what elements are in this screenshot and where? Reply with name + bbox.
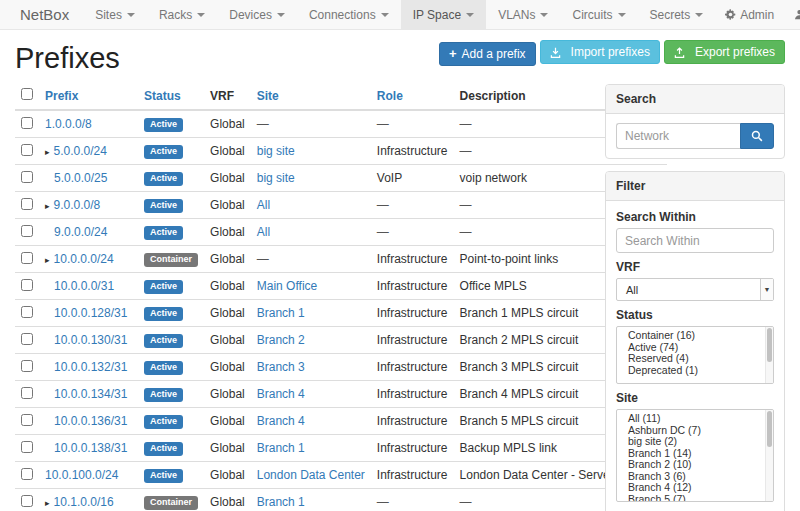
row-checkbox[interactable] (21, 333, 33, 345)
select-all-checkbox[interactable] (21, 88, 33, 100)
search-within-input[interactable] (616, 228, 774, 253)
import-prefixes-button[interactable]: Import prefixes (540, 40, 660, 64)
sort-link[interactable]: Role (377, 89, 403, 103)
brand-logo[interactable]: NetBox (6, 0, 83, 29)
site-link[interactable]: Branch 4 (257, 414, 305, 428)
prefix-link[interactable]: 10.0.0.0/24 (54, 252, 114, 266)
row-checkbox[interactable] (21, 117, 33, 129)
sort-link[interactable]: Prefix (45, 89, 78, 103)
site-link[interactable]: London Data Center (257, 468, 365, 482)
row-checkbox[interactable] (21, 306, 33, 318)
prefix-link[interactable]: 5.0.0.0/24 (54, 144, 107, 158)
expand-arrow-icon[interactable]: ▸ (45, 255, 50, 265)
site-cell: Branch 1 (251, 300, 371, 327)
site-link[interactable]: Branch 4 (257, 387, 305, 401)
nav-item-ip-space[interactable]: IP Space (401, 0, 486, 29)
table-row: 10.0.0.128/31ActiveGlobalBranch 1Infrast… (15, 300, 667, 327)
search-button[interactable] (740, 123, 774, 149)
nav-item-connections[interactable]: Connections (297, 0, 401, 29)
row-checkbox[interactable] (21, 441, 33, 453)
role-cell: — (371, 219, 454, 246)
row-checkbox[interactable] (21, 279, 33, 291)
caret-icon (277, 13, 285, 17)
prefix-link[interactable]: 10.1.0.0/16 (54, 495, 114, 509)
prefix-link[interactable]: 5.0.0.0/25 (54, 171, 107, 185)
site-link[interactable]: big site (257, 144, 295, 158)
listbox-option[interactable]: Container (16) (617, 330, 763, 342)
expand-arrow-icon[interactable]: ▸ (45, 147, 50, 157)
status-listbox[interactable]: Container (16)Active (74)Reserved (4)Dep… (616, 326, 774, 384)
listbox-option[interactable]: All (11) (617, 413, 763, 425)
sort-link[interactable]: Site (257, 89, 279, 103)
prefix-link[interactable]: 10.0.0.134/31 (54, 387, 127, 401)
nav-item-devices[interactable]: Devices (217, 0, 297, 29)
status-badge: Container (144, 253, 198, 267)
listbox-option[interactable]: Branch 2 (10) (617, 459, 763, 471)
status-cell: Active (138, 165, 204, 192)
caret-icon (127, 13, 135, 17)
row-checkbox[interactable] (21, 144, 33, 156)
listbox-option[interactable]: Deprecated (1) (617, 365, 763, 377)
listbox-option[interactable]: Reserved (4) (617, 353, 763, 365)
nav-item-profile[interactable]: Profile (784, 0, 800, 29)
prefix-link[interactable]: 10.0.0.130/31 (54, 333, 127, 347)
scrollbar[interactable] (765, 410, 773, 501)
nav-right-items: AdminProfileLog out (715, 0, 800, 29)
vrf-cell: Global (204, 219, 251, 246)
listbox-option[interactable]: Branch 5 (7) (617, 494, 763, 503)
site-link[interactable]: big site (257, 171, 295, 185)
scrollbar[interactable] (765, 327, 773, 383)
nav-item-circuits[interactable]: Circuits (560, 0, 637, 29)
vrf-select[interactable]: All ▼ (616, 278, 774, 301)
site-link[interactable]: Branch 1 (257, 441, 305, 455)
row-checkbox[interactable] (21, 387, 33, 399)
expand-arrow-icon[interactable]: ▸ (45, 498, 50, 508)
prefix-link[interactable]: 9.0.0.0/8 (54, 198, 101, 212)
row-checkbox[interactable] (21, 171, 33, 183)
site-listbox[interactable]: All (11)Ashburn DC (7)big site (2)Branch… (616, 409, 774, 502)
nav-item-admin[interactable]: Admin (715, 0, 784, 29)
nav-item-vlans[interactable]: VLANs (486, 0, 560, 29)
prefix-link[interactable]: 10.0.0.128/31 (54, 306, 127, 320)
listbox-option[interactable]: big site (2) (617, 436, 763, 448)
site-link[interactable]: Branch 3 (257, 360, 305, 374)
expand-arrow-icon[interactable]: ▸ (45, 201, 50, 211)
status-cell: Active (138, 138, 204, 165)
row-checkbox[interactable] (21, 252, 33, 264)
prefix-link[interactable]: 10.0.0.0/31 (54, 279, 114, 293)
nav-item-secrets[interactable]: Secrets (638, 0, 716, 29)
site-link[interactable]: Branch 1 (257, 495, 305, 509)
prefix-link[interactable]: 9.0.0.0/24 (54, 225, 107, 239)
row-checkbox[interactable] (21, 495, 33, 507)
prefix-link[interactable]: 10.0.100.0/24 (45, 468, 118, 482)
site-link[interactable]: All (257, 198, 270, 212)
export-prefixes-button[interactable]: Export prefixes (664, 40, 785, 64)
site-link[interactable]: Main Office (257, 279, 317, 293)
row-checkbox[interactable] (21, 198, 33, 210)
prefix-link[interactable]: 1.0.0.0/8 (45, 117, 92, 131)
row-select-cell (15, 354, 39, 381)
row-checkbox[interactable] (21, 360, 33, 372)
vrf-cell: Global (204, 110, 251, 138)
empty-value: — (460, 495, 472, 509)
site-link[interactable]: All (257, 225, 270, 239)
site-link[interactable]: Branch 1 (257, 306, 305, 320)
vrf-cell: Global (204, 300, 251, 327)
add-a-prefix-button[interactable]: +Add a prefix (439, 42, 536, 66)
nav-item-sites[interactable]: Sites (83, 0, 147, 29)
nav-item-racks[interactable]: Racks (147, 0, 217, 29)
row-checkbox[interactable] (21, 468, 33, 480)
prefix-cell: 9.0.0.0/24 (39, 219, 138, 246)
site-link[interactable]: Branch 2 (257, 333, 305, 347)
row-select-cell (15, 327, 39, 354)
plus-icon: + (449, 49, 457, 59)
listbox-option[interactable]: Branch 4 (12) (617, 482, 763, 494)
prefix-link[interactable]: 10.0.0.132/31 (54, 360, 127, 374)
search-input[interactable] (616, 123, 740, 149)
caret-icon (381, 13, 389, 17)
prefix-link[interactable]: 10.0.0.136/31 (54, 414, 127, 428)
row-checkbox[interactable] (21, 414, 33, 426)
sort-link[interactable]: Status (144, 89, 181, 103)
row-checkbox[interactable] (21, 225, 33, 237)
prefix-link[interactable]: 10.0.0.138/31 (54, 441, 127, 455)
